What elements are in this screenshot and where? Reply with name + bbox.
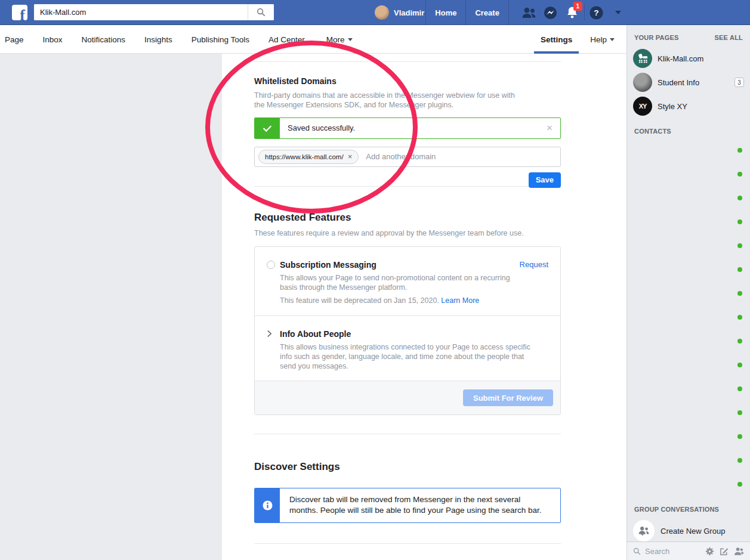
- online-indicator-dot: [737, 148, 742, 153]
- right-sidebar: YOUR PAGES SEE ALL Klik-Mall.com Student…: [626, 25, 750, 560]
- contact-row[interactable]: [627, 329, 750, 353]
- contact-row[interactable]: [627, 138, 750, 162]
- friend-requests-button[interactable]: [518, 7, 540, 18]
- nav-tab-publishing-tools[interactable]: Publishing Tools: [192, 35, 249, 44]
- online-indicator-dot: [737, 172, 742, 177]
- remove-domain-icon[interactable]: ×: [348, 153, 353, 160]
- feature-description: This allows your Page to send non-promot…: [280, 273, 527, 293]
- see-all-link[interactable]: SEE ALL: [715, 34, 743, 41]
- search-button[interactable]: [248, 4, 274, 20]
- online-indicator-dot: [737, 458, 742, 463]
- nav-help-menu[interactable]: Help: [583, 35, 622, 44]
- page-avatar: XY: [633, 97, 652, 116]
- page-avatar: [633, 49, 652, 68]
- group-conversations-label: GROUP CONVERSATIONS: [627, 496, 750, 516]
- notifications-button[interactable]: 1: [561, 6, 583, 19]
- contact-row[interactable]: [627, 210, 750, 234]
- success-message: Saved successfully.: [288, 123, 355, 132]
- page-avatar: [633, 73, 652, 92]
- whitelisted-domains-input[interactable]: https://www.klik-mall.com/ ×: [254, 147, 561, 167]
- close-alert-icon[interactable]: ×: [547, 123, 553, 133]
- gear-icon: [705, 547, 714, 556]
- caret-down-icon: [348, 38, 353, 41]
- contact-row[interactable]: [627, 162, 750, 186]
- search-icon: [257, 8, 266, 17]
- learn-more-link[interactable]: Learn More: [441, 296, 479, 305]
- feature-title: Info About People: [280, 329, 351, 339]
- account-menu-button[interactable]: [607, 11, 629, 14]
- create-new-group-button[interactable]: Create New Group: [627, 516, 750, 545]
- svg-text:?: ?: [594, 8, 599, 17]
- add-contact-button[interactable]: [734, 547, 744, 556]
- check-icon: [262, 123, 273, 134]
- nav-tab-inbox[interactable]: Inbox: [43, 35, 63, 44]
- contact-row[interactable]: [627, 377, 750, 401]
- settings-content-panel: Whitelisted Domains Third-party domains …: [222, 54, 626, 560]
- section-divider: [254, 543, 561, 544]
- help-button[interactable]: ?: [586, 6, 607, 20]
- nav-tab-insights[interactable]: Insights: [144, 35, 172, 44]
- online-indicator-dot: [737, 410, 742, 415]
- chevron-right-icon[interactable]: [267, 330, 275, 338]
- search-icon: [633, 547, 641, 555]
- phone-icon: [637, 54, 649, 64]
- online-indicator-dot: [737, 291, 742, 296]
- home-link[interactable]: Home: [427, 8, 464, 17]
- online-indicator-dot: [737, 196, 742, 200]
- caret-down-icon: [610, 38, 615, 41]
- section-divider: [254, 434, 561, 434]
- discover-notice-alert: Discover tab will be removed from Messen…: [254, 488, 561, 522]
- requested-features-description: These features require a review and appr…: [254, 228, 561, 238]
- sidebar-page-student-info[interactable]: Student Info 3: [627, 70, 750, 94]
- sidebar-page-style-xy[interactable]: XY Style XY: [627, 94, 750, 118]
- radio-icon[interactable]: [267, 261, 275, 269]
- sidebar-page-klik-mall[interactable]: Klik-Mall.com: [627, 47, 750, 70]
- online-indicator-dot: [737, 386, 742, 391]
- contacts-search-input[interactable]: [645, 547, 701, 556]
- contact-row[interactable]: [627, 234, 750, 258]
- user-name-link[interactable]: Vladimir: [394, 8, 424, 17]
- nav-tab-more[interactable]: More: [326, 35, 353, 44]
- chat-settings-button[interactable]: [705, 547, 714, 556]
- global-search-input[interactable]: [34, 4, 248, 20]
- contact-row[interactable]: [627, 401, 750, 425]
- nav-tab-page[interactable]: Page: [5, 35, 24, 44]
- whitelisted-domains-description: Third-party domains that are accessible …: [254, 91, 524, 110]
- contacts-search-bar: [627, 542, 750, 560]
- compose-icon: [720, 547, 729, 556]
- online-indicator-dot: [737, 434, 742, 439]
- new-message-button[interactable]: [720, 547, 729, 556]
- submit-for-review-button[interactable]: Submit For Review: [463, 389, 553, 406]
- online-indicator-dot: [737, 267, 742, 272]
- online-indicator-dot: [737, 219, 742, 224]
- online-indicator-dot: [737, 243, 742, 248]
- help-icon: ?: [589, 6, 603, 20]
- contact-row[interactable]: [627, 281, 750, 305]
- nav-tab-notifications[interactable]: Notifications: [82, 35, 126, 44]
- notification-count-badge: 1: [573, 2, 582, 11]
- discover-notice-text: Discover tab will be removed from Messen…: [280, 488, 560, 522]
- facebook-logo[interactable]: f: [12, 5, 27, 20]
- contact-row[interactable]: [627, 305, 750, 329]
- messenger-button[interactable]: [540, 6, 561, 20]
- contact-row[interactable]: [627, 186, 750, 210]
- add-domain-input[interactable]: [366, 152, 557, 161]
- request-link[interactable]: Request: [520, 260, 548, 269]
- contact-row[interactable]: [627, 448, 750, 472]
- user-avatar[interactable]: [375, 5, 389, 20]
- nav-tab-settings-active[interactable]: Settings: [532, 25, 581, 54]
- domain-token: https://www.klik-mall.com/ ×: [258, 150, 359, 164]
- contact-row[interactable]: [627, 258, 750, 281]
- online-indicator-dot: [737, 315, 742, 320]
- top-bar: f Vladimir Home Create 1 ?: [0, 0, 750, 25]
- feature-title: Subscription Messaging: [280, 260, 376, 270]
- contact-row[interactable]: [627, 425, 750, 448]
- create-link[interactable]: Create: [467, 8, 507, 17]
- save-button[interactable]: Save: [529, 172, 561, 188]
- nav-tab-ad-center[interactable]: Ad Center: [268, 35, 305, 44]
- contact-row[interactable]: [627, 353, 750, 377]
- person-add-icon: [734, 547, 744, 556]
- feature-info-about-people: Info About People This allows business i…: [255, 316, 560, 382]
- page-notification-badge: 3: [734, 78, 744, 87]
- contact-row[interactable]: [627, 472, 750, 496]
